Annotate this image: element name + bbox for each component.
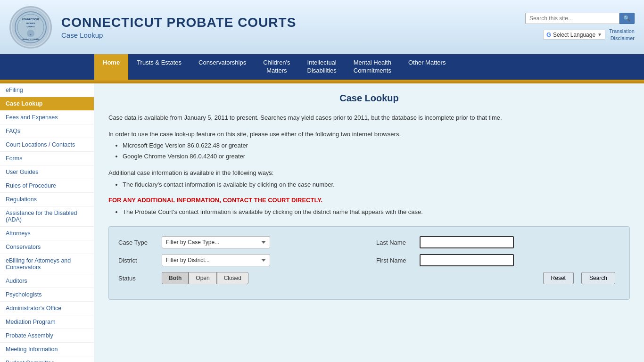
browser-item-1: Microsoft Edge Version 86.0.622.48 or gr… [123,141,630,151]
svg-text:PROBATE: PROBATE [26,22,35,25]
nav-item-trusts[interactable]: Trusts & Estates [128,54,190,80]
bullet-1: The fiduciary's contact information is a… [123,180,630,190]
translate-row: G Select Language ▼ Translation Disclaim… [543,28,635,41]
sidebar: eFiling Case Lookup Fees and Expenses FA… [0,83,94,362]
status-btn-closed[interactable]: Closed [217,272,248,284]
status-row: Status Both Open Closed [118,272,362,284]
sidebar-item-psychologists[interactable]: Psychologists [0,288,94,302]
case-type-label: Case Type [118,239,156,246]
content-area: Case Lookup Case data is available from … [94,83,644,362]
intro-para-1: Case data is available from January 5, 2… [108,113,630,123]
site-title-block: CONNECTICUT PROBATE COURTS Case Lookup [61,15,525,39]
district-select[interactable]: Filter by District... [162,254,270,266]
sidebar-item-probate-assembly[interactable]: Probate Assembly [0,329,94,343]
sidebar-item-forms[interactable]: Forms [0,152,94,165]
additional-info-list: The fiduciary's contact information is a… [123,180,630,190]
browser-list: Microsoft Edge Version 86.0.622.48 or gr… [123,141,630,162]
status-btn-both[interactable]: Both [162,272,189,284]
case-type-select[interactable]: Filter by Case Type... [162,236,270,248]
sidebar-item-admin-office[interactable]: Administrator's Office [0,302,94,315]
district-row: District Filter by District... [118,254,362,266]
nav-item-childrens[interactable]: Children'sMatters [255,54,298,80]
bullet-2: The Probate Court's contact information … [123,207,630,217]
sidebar-item-regulations[interactable]: Regulations [0,193,94,206]
sidebar-item-budget-committee[interactable]: Budget Committee [0,356,94,362]
intro-para-2: In order to use the case look-up feature… [108,130,630,162]
google-icon: G [546,31,551,38]
logo: CONNECTICUT PROBATE COURTS ⚖ PROBATE COU… [9,6,52,49]
svg-text:COURTS: COURTS [27,25,35,28]
sidebar-item-court-locations[interactable]: Court Locations / Contacts [0,138,94,152]
sidebar-item-ada[interactable]: Assistance for the Disabled (ADA) [0,206,94,227]
sidebar-item-auditors[interactable]: Auditors [0,274,94,288]
site-subtitle: Case Lookup [61,31,525,39]
sidebar-item-rules[interactable]: Rules of Procedure [0,179,94,193]
google-translate-box[interactable]: G Select Language ▼ [543,30,605,40]
sidebar-item-meeting-info[interactable]: Meeting Information [0,343,94,356]
sidebar-item-fees[interactable]: Fees and Expenses [0,111,94,124]
svg-text:⚖: ⚖ [30,33,32,36]
main-layout: eFiling Case Lookup Fees and Expenses FA… [0,83,644,362]
red-notice: FOR ANY ADDITIONAL INFORMATION, CONTACT … [108,197,630,204]
action-buttons-row: Reset Search [376,272,620,284]
site-title: CONNECTICUT PROBATE COURTS [61,15,525,30]
browser-item-2: Google Chrome Version 86.0.4240 or great… [123,152,630,162]
additional-info-2: The Probate Court's contact information … [108,207,630,217]
translation-disclaimer: Translation Disclaimer [609,28,635,41]
last-name-row: Last Name [376,236,620,248]
additional-info-para: Additional case information is available… [108,168,630,190]
case-lookup-form: Case Type Filter by Case Type... Distric… [108,226,630,300]
first-name-input[interactable] [420,254,514,266]
translate-label: Select Language [553,32,595,38]
sidebar-item-attorneys[interactable]: Attorneys [0,227,94,240]
last-name-input[interactable] [420,236,514,248]
search-bar: 🔍 [525,13,635,24]
search-button[interactable]: 🔍 [619,13,635,24]
reset-button[interactable]: Reset [543,272,574,284]
nav-item-other[interactable]: Other Matters [400,54,454,80]
status-btn-open[interactable]: Open [189,272,216,284]
header: CONNECTICUT PROBATE COURTS ⚖ PROBATE COU… [0,0,644,54]
sidebar-item-case-lookup[interactable]: Case Lookup [0,97,94,111]
search-input[interactable] [525,13,619,24]
gold-bar [0,80,644,83]
first-name-row: First Name [376,254,620,266]
search-button-form[interactable]: Search [581,272,615,284]
form-left-col: Case Type Filter by Case Type... Distric… [118,236,362,290]
nav-item-mental-health[interactable]: Mental HealthCommitments [345,54,400,80]
status-label: Status [118,275,156,282]
sidebar-item-conservators[interactable]: Conservators [0,240,94,254]
svg-text:CONNECTICUT: CONNECTICUT [22,18,39,21]
nav-item-conservatorships[interactable]: Conservatorships [190,54,255,80]
sidebar-item-efiling[interactable]: eFiling [0,83,94,97]
nav-bar: Home Trusts & Estates Conservatorships C… [0,54,644,80]
sidebar-item-faqs[interactable]: FAQs [0,124,94,138]
page-title: Case Lookup [108,93,630,104]
translate-arrow-icon: ▼ [597,32,602,37]
district-label: District [118,257,156,264]
sidebar-item-ebilling[interactable]: eBilling for Attorneys and Conservators [0,254,94,274]
status-buttons: Both Open Closed [162,272,248,284]
sidebar-item-user-guides[interactable]: User Guides [0,165,94,179]
sidebar-item-mediation[interactable]: Mediation Program [0,315,94,329]
nav-item-intellectual[interactable]: IntellectualDisabilities [299,54,345,80]
form-right-col: Last Name First Name Reset Search [376,236,620,290]
nav-item-home[interactable]: Home [94,54,128,80]
last-name-label: Last Name [376,239,414,246]
case-type-row: Case Type Filter by Case Type... [118,236,362,248]
svg-text:PROBATE COURTS: PROBATE COURTS [22,38,40,41]
first-name-label: First Name [376,257,414,264]
header-right: 🔍 G Select Language ▼ Translation Discla… [525,13,635,41]
